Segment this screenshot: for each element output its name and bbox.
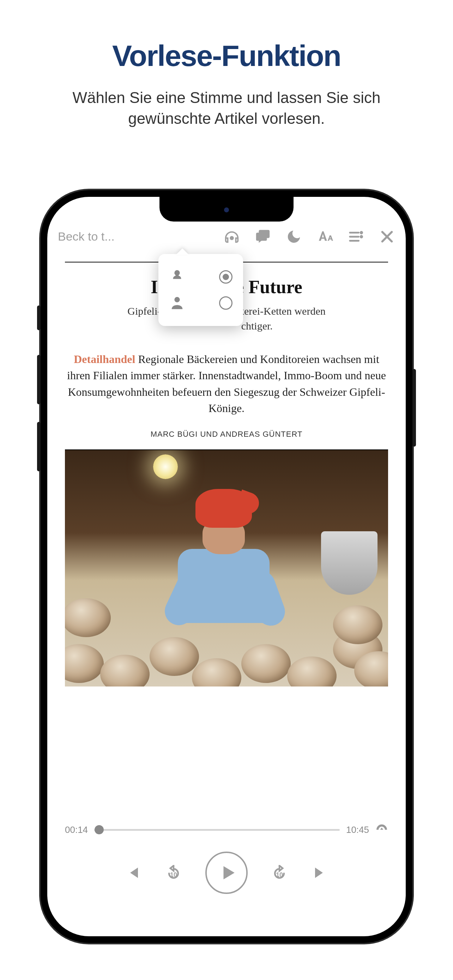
previous-button[interactable] [126,865,142,881]
title-left: I [151,277,158,297]
voice-option-male[interactable] [168,290,234,316]
rewind-10-button[interactable]: 10 [166,865,181,881]
play-button[interactable] [205,851,248,894]
female-voice-icon [169,269,185,285]
skip-label: 10 [276,871,283,879]
sub-right: äckerei-Ketten werden [229,305,325,317]
toc-icon[interactable] [348,229,364,245]
forward-10-button[interactable]: 10 [272,865,287,881]
progress-bar[interactable] [94,829,340,831]
article-lead: Detailhandel Regionale Bäckereien und Ko… [65,351,388,417]
progress-thumb[interactable] [95,825,104,834]
voice-option-female[interactable] [168,264,234,290]
sub-right2: chtiger. [241,320,273,332]
radio-selected[interactable] [219,270,232,284]
skip-label: 10 [170,871,177,879]
page-title: Vorlese-Funktion [112,39,341,73]
radio-unselected[interactable] [219,296,232,310]
phone-screen: Beck to t... [47,197,406,936]
lead-tag: Detailhandel [74,353,135,366]
title-right: e Future [236,277,302,297]
phone-frame: Beck to t... [40,189,413,944]
voice-selection-popover [158,254,243,326]
svg-point-5 [361,235,362,237]
audio-player: 00:14 10:45 10 [47,815,406,936]
volume-up-button [37,355,41,404]
svg-point-8 [174,297,180,302]
back-label[interactable]: Beck to t... [58,230,114,243]
close-icon[interactable] [379,229,395,245]
page-subtitle: Wählen Sie eine Stimme und lassen Sie si… [40,87,413,129]
article-author: MARC BÜGI UND ANDREAS GÜNTERT [65,430,388,439]
comments-icon[interactable] [255,229,271,245]
listen-icon[interactable] [224,229,240,245]
notch [159,197,294,221]
svg-point-0 [230,237,233,240]
total-time: 10:45 [346,824,369,835]
svg-point-4 [361,232,362,234]
font-size-icon[interactable] [317,229,333,245]
volume-down-button [37,422,41,471]
male-voice-icon [169,295,185,311]
next-button[interactable] [311,865,327,881]
elapsed-time: 00:14 [65,824,88,835]
mute-switch [37,305,41,330]
dark-mode-icon[interactable] [286,229,302,245]
article-image [65,450,388,686]
speed-icon[interactable] [375,822,388,837]
power-button [412,369,416,447]
